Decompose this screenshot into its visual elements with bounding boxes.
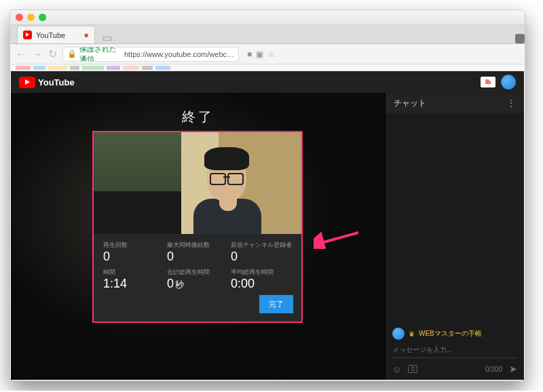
address-bar: ← → ↻ 🔒 保護された通信 https://www.youtube.com/… — [10, 44, 525, 64]
window-titlebar — [10, 10, 525, 25]
browser-tab-youtube[interactable]: YouTube ● — [17, 26, 95, 43]
window-zoom-button[interactable] — [39, 14, 46, 21]
channel-name: WEBマスターの手帳 — [102, 219, 165, 229]
svg-line-0 — [319, 233, 358, 243]
star-icon[interactable]: ☆ — [267, 50, 275, 59]
window-minimize-button[interactable] — [27, 14, 35, 21]
stream-summary-card: テスト配信 WEBマスターの手帳 再生回数 0 最大同時接続数 0 新規チャンネ… — [92, 131, 303, 323]
chat-divider — [392, 357, 517, 358]
person-illustration — [189, 144, 264, 234]
account-avatar[interactable] — [501, 75, 516, 90]
cast-icon[interactable]: ▣ — [256, 50, 263, 59]
address-field[interactable]: 🔒 保護された通信 https://www.youtube.com/webc… — [62, 47, 239, 62]
send-icon[interactable]: ➤ — [509, 364, 517, 374]
stat-concurrent-value: 0 — [167, 250, 224, 264]
nav-reload-icon[interactable]: ↻ — [48, 47, 57, 60]
emoji-icon[interactable]: ☺ — [392, 364, 401, 374]
stream-stage: 終了 テスト配信 WEBマスターの手帳 再生回数 0 — [11, 93, 385, 380]
annotation-arrow-icon — [314, 229, 361, 249]
lock-icon: 🔒 — [67, 50, 77, 58]
video-icon[interactable]: ■ — [247, 50, 252, 59]
chat-header: チャット ⋮ — [386, 93, 524, 113]
chat-footer: ☺ S 0/200 ➤ — [386, 361, 524, 380]
bookmark-bar — [10, 64, 525, 71]
extension-icon[interactable] — [515, 34, 525, 43]
stat-duration-label: 時間 — [103, 268, 160, 277]
youtube-logo[interactable]: YouTube — [19, 77, 75, 88]
youtube-wordmark: YouTube — [38, 77, 75, 87]
stream-title: テスト配信 — [102, 202, 156, 216]
tab-strip: YouTube ● ▭ — [10, 25, 525, 44]
stream-thumbnail: テスト配信 WEBマスターの手帳 — [94, 132, 301, 234]
stat-views-value: 0 — [103, 250, 160, 264]
chat-user-name: WEBマスターの手帳 — [419, 329, 482, 338]
stat-total-watch-value: 0秒 — [167, 277, 224, 291]
live-badge[interactable]: lb — [481, 77, 495, 87]
superchat-icon[interactable]: S — [408, 365, 417, 373]
done-button[interactable]: 完了 — [259, 295, 293, 313]
stat-concurrent-label: 最大同時接続数 — [167, 241, 224, 250]
chat-title: チャット — [394, 98, 426, 109]
stat-total-watch-label: 合計総再生時間 — [167, 268, 224, 277]
chat-panel: チャット ⋮ ♛ WEBマスターの手帳 ☺ S 0/200 ➤ — [385, 93, 524, 380]
chat-input[interactable] — [392, 345, 517, 355]
stat-duration-value: 1:14 — [103, 277, 160, 291]
tab-close-icon[interactable]: ● — [83, 31, 89, 39]
window-close-button[interactable] — [16, 14, 23, 21]
stat-avg-watch-value: 0:00 — [231, 277, 292, 291]
browser-window: YouTube ● ▭ ← → ↻ 🔒 保護された通信 https://www.… — [10, 9, 525, 381]
owner-crown-icon: ♛ — [409, 330, 415, 338]
chat-messages — [386, 113, 524, 325]
stats-grid: 再生回数 0 最大同時接続数 0 新規チャンネル登録者 0 時間 1:14 — [94, 234, 301, 291]
nav-forward-icon[interactable]: → — [32, 48, 43, 60]
stat-subs-label: 新規チャンネル登録者 — [231, 241, 292, 250]
stat-subs-value: 0 — [231, 250, 292, 264]
tab-title: YouTube — [36, 31, 65, 39]
new-tab-button[interactable]: ▭ — [99, 31, 114, 43]
omnibox-icons: ■ ▣ ☆ — [247, 50, 275, 59]
youtube-app: YouTube lb 終了 テスト配信 WEBマスターの手 — [11, 71, 524, 380]
youtube-play-icon — [19, 77, 35, 88]
secure-label: 保護された通信 — [79, 47, 121, 62]
app-header: YouTube lb — [11, 71, 524, 93]
youtube-favicon — [23, 31, 32, 39]
nav-back-icon[interactable]: ← — [16, 48, 26, 60]
chat-user-row: ♛ WEBマスターの手帳 — [386, 325, 524, 342]
stat-views-label: 再生回数 — [103, 241, 160, 250]
stream-status-title: 終了 — [11, 108, 385, 126]
chat-user-avatar — [392, 328, 405, 340]
url-text: https://www.youtube.com/webc… — [124, 50, 234, 58]
char-count: 0/200 — [485, 366, 502, 373]
stat-avg-watch-label: 平均総再生時間 — [231, 268, 292, 277]
chat-more-icon[interactable]: ⋮ — [507, 98, 516, 108]
